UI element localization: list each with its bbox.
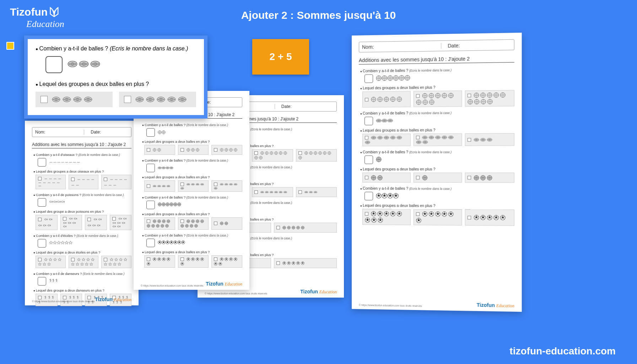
equation-card: 2 + 5 [252,39,309,75]
answer-box[interactable] [45,56,63,73]
brand-logo: Tizofun Education [10,6,64,29]
zoom-callout: Combien y a-t-il de balles ? (Ecris le n… [24,36,207,119]
brand-name: Tizofun [10,6,48,18]
worksheet-4: Nom: Date: Additions avec les sommes jus… [352,33,522,312]
callout-q2: Lequel des groupes a deux balles en plus… [36,81,196,87]
worksheet-1: Nom: Date: Additions avec les sommes jus… [25,121,139,305]
worksheet-2: Nom: Date: Additions avec les sommes jus… [134,91,249,290]
page-title: Ajouter 2 : Sommes jusqu'à 10 [241,9,396,21]
yellow-marker [6,42,14,50]
callout-groups [36,92,196,107]
site-url: tizofun-education.com [509,346,616,357]
brand-sub: Education [26,19,64,29]
callout-q1: Combien y a-t-il de balles ? (Ecris le n… [36,45,196,52]
football-icons [68,61,102,69]
